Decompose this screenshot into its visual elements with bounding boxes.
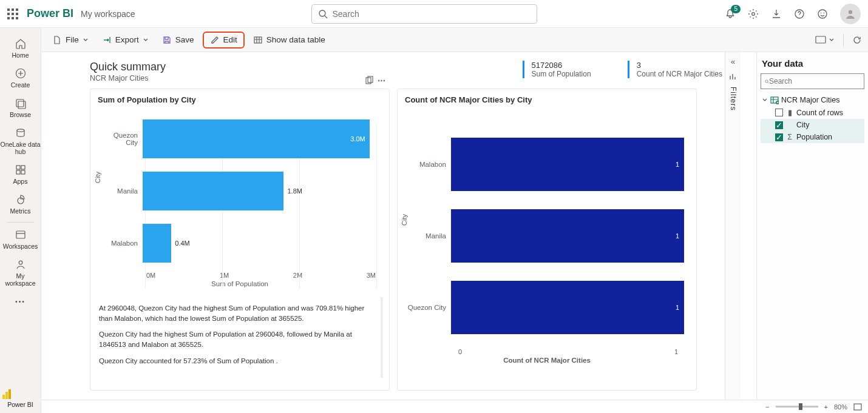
rail-more[interactable]: •••: [0, 294, 41, 310]
bar-row: Quezon City 1: [405, 272, 689, 343]
svg-rect-23: [816, 36, 826, 43]
workspace-breadcrumb[interactable]: My workspace: [81, 9, 135, 19]
account-avatar[interactable]: [840, 4, 861, 24]
chart-title: Sum of Population by City: [90, 89, 389, 104]
file-menu[interactable]: File: [47, 32, 93, 48]
field-city[interactable]: ✓ City: [761, 119, 864, 131]
rail-onelake[interactable]: OneLake data hub: [0, 123, 41, 160]
svg-point-4: [818, 10, 827, 18]
refresh-button[interactable]: [852, 35, 862, 45]
chart-sum-population[interactable]: ⋯ Sum of Population by City City Quezon …: [90, 89, 390, 391]
global-search-input[interactable]: [333, 9, 531, 19]
svg-point-11: [17, 129, 24, 132]
chart-title: Count of NCR Major Cities by City: [398, 89, 696, 104]
more-icon[interactable]: ⋯: [378, 76, 385, 86]
svg-point-6: [824, 12, 825, 13]
export-icon: [102, 35, 112, 45]
data-pane-title: Your data: [761, 58, 864, 69]
chevron-down-icon: [762, 97, 768, 103]
svg-point-5: [821, 12, 822, 13]
chart-count-cities[interactable]: Count of NCR Major Cities by City City M…: [397, 89, 697, 391]
bar-row: Manila 1: [405, 200, 689, 272]
copy-icon[interactable]: [364, 76, 374, 86]
report-canvas: Quick summary NCR Major Cities 5172086Su…: [41, 52, 741, 400]
smiley-icon: [817, 8, 828, 19]
svg-point-2: [752, 12, 755, 15]
bar-row: Quezon City 3.0M: [101, 113, 382, 165]
save-button[interactable]: Save: [157, 32, 199, 48]
app-launcher-icon[interactable]: [7, 8, 18, 19]
filters-collapsed-tab[interactable]: « Filters: [725, 52, 741, 400]
bar-row: Malabon 0.4M: [101, 217, 382, 269]
rail-home[interactable]: Home: [0, 34, 41, 64]
bar-row: Manila 1.8M: [101, 165, 382, 217]
svg-rect-17: [16, 231, 25, 238]
svg-point-7: [849, 10, 852, 13]
powerbi-icon: [0, 388, 13, 401]
export-menu[interactable]: Export: [97, 32, 154, 48]
notifications-button[interactable]: 5: [725, 8, 736, 19]
checkbox-icon[interactable]: ✓: [775, 121, 783, 129]
summary-header: Quick summary NCR Major Cities 5172086Su…: [41, 52, 741, 85]
svg-rect-13: [21, 166, 25, 169]
edit-button[interactable]: Edit: [203, 32, 245, 49]
svg-rect-19: [2, 395, 5, 399]
chart-insights: At 2960048, Quezon City had the highest …: [90, 297, 383, 378]
x-axis-label: Sum of Population: [98, 280, 382, 287]
field-count-of-rows[interactable]: ▮ Count of rows: [761, 106, 864, 119]
field-population[interactable]: ✓ Σ Population: [761, 131, 864, 143]
show-data-table-button[interactable]: Show data table: [248, 32, 330, 48]
svg-rect-12: [16, 166, 20, 169]
feedback-button[interactable]: [817, 8, 828, 19]
table-icon: [253, 35, 263, 45]
svg-point-26: [765, 79, 768, 82]
chevron-down-icon: [143, 37, 149, 43]
checkbox-icon[interactable]: ✓: [775, 133, 783, 141]
screen-icon: [815, 36, 826, 44]
kpi-sum-population: 5172086Sum of Population: [523, 61, 591, 78]
summary-title: Quick summary: [90, 61, 166, 73]
x-axis-label: Count of NCR Major Cities: [405, 357, 689, 364]
y-axis-label: City: [401, 214, 408, 226]
zoom-out-button[interactable]: −: [765, 403, 769, 411]
rail-create[interactable]: Create: [0, 64, 41, 93]
summary-subtitle: NCR Major Cities: [90, 74, 166, 82]
svg-rect-10: [18, 101, 25, 109]
zoom-slider[interactable]: [776, 406, 818, 408]
rail-my-workspace[interactable]: My workspace: [0, 255, 41, 292]
rail-metrics[interactable]: Metrics: [0, 190, 41, 220]
svg-rect-22: [254, 37, 262, 43]
rail-apps[interactable]: Apps: [0, 160, 41, 190]
table-icon: [770, 96, 779, 104]
svg-rect-30: [854, 404, 861, 410]
zoom-in-button[interactable]: +: [824, 403, 828, 411]
expand-chevron-icon[interactable]: «: [731, 57, 735, 66]
top-bar: Power BI My workspace 5: [0, 0, 868, 28]
global-search[interactable]: [311, 4, 537, 24]
view-mode-button[interactable]: [815, 36, 835, 44]
rail-browse[interactable]: Browse: [0, 93, 41, 123]
fit-to-page-icon[interactable]: [853, 403, 862, 411]
svg-rect-14: [16, 170, 20, 174]
table-node[interactable]: NCR Major Cities: [761, 94, 864, 106]
data-pane: Your data NCR Major Cities ▮ Count of ro…: [756, 52, 868, 400]
data-search-input[interactable]: [769, 77, 860, 86]
refresh-icon: [852, 35, 862, 45]
search-icon: [318, 9, 328, 19]
rail-workspaces[interactable]: Workspaces: [0, 225, 41, 255]
svg-line-1: [325, 16, 327, 18]
status-bar: − + 80%: [41, 400, 868, 413]
download-button[interactable]: [771, 8, 782, 19]
chart-mini-icon: [729, 72, 737, 81]
help-button[interactable]: [794, 8, 805, 19]
gear-icon: [748, 8, 759, 19]
download-icon: [771, 8, 782, 19]
settings-button[interactable]: [748, 8, 759, 19]
measure-icon: ▮: [785, 108, 794, 117]
svg-rect-15: [21, 170, 25, 174]
search-icon: [765, 78, 769, 86]
rail-powerbi[interactable]: Power BI: [0, 388, 41, 408]
pencil-icon: [210, 35, 220, 45]
checkbox-icon[interactable]: [775, 109, 783, 116]
data-pane-search[interactable]: [761, 73, 864, 89]
